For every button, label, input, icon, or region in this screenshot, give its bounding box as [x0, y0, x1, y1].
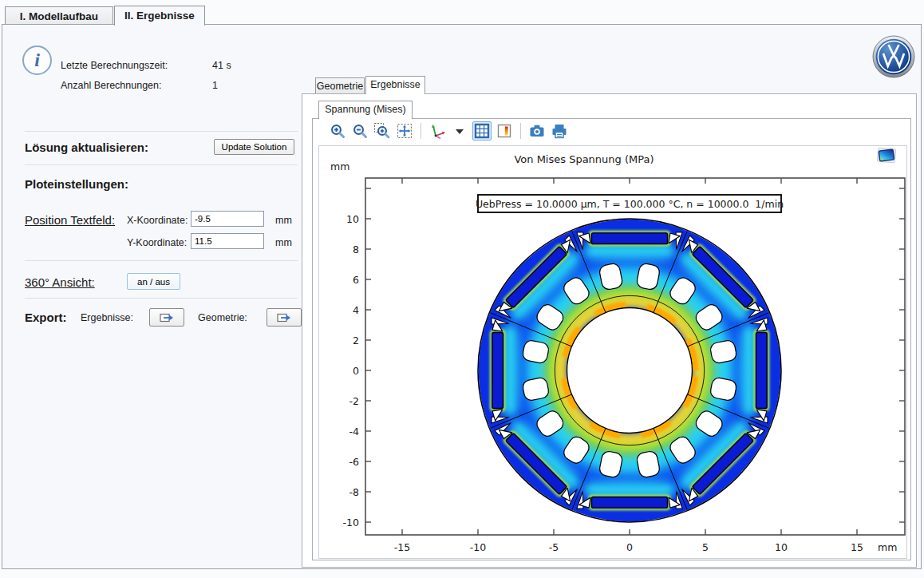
last-calc-label: Letzte Berechnungszeit:	[61, 60, 168, 71]
tab-spannung-mises[interactable]: Spannung (Mises)	[318, 101, 413, 119]
plot-canvas[interactable]: Von Mises Spannung (MPa)-15-10-505101510…	[318, 145, 907, 559]
grid-icon[interactable]	[472, 121, 492, 141]
von-mises-plot[interactable]: Von Mises Spannung (MPa)-15-10-505101510…	[319, 146, 906, 558]
view-360-label: 360° Ansicht:	[25, 275, 95, 289]
y-unit-label: mm	[275, 237, 292, 248]
svg-text:2: 2	[353, 335, 359, 346]
plot-toolbar	[328, 121, 569, 141]
svg-text:10: 10	[346, 213, 359, 225]
separator	[25, 260, 298, 261]
separator	[25, 164, 298, 165]
svg-text:UebPress = 10.0000 µm, T = 100: UebPress = 10.0000 µm, T = 100.000 °C, n…	[476, 198, 784, 210]
svg-text:0: 0	[353, 365, 359, 377]
svg-text:4: 4	[353, 304, 359, 316]
tab-geometrie[interactable]: Geometrie	[315, 77, 365, 94]
print-icon[interactable]	[550, 121, 569, 141]
export-geometry-label: Geometrie:	[198, 312, 247, 323]
svg-text:0: 0	[626, 541, 633, 553]
svg-text:-2: -2	[349, 395, 359, 407]
svg-text:-5: -5	[549, 541, 559, 553]
calc-count-label: Anzahl Berechnungen:	[61, 80, 161, 91]
info-icon: i	[22, 46, 52, 75]
tab-modellaufbau[interactable]: I. Modellaufbau	[5, 6, 113, 25]
svg-text:-15: -15	[394, 541, 410, 553]
snapshot-icon[interactable]	[527, 121, 547, 141]
x-unit-label: mm	[275, 215, 292, 226]
color-legend-icon[interactable]	[495, 121, 514, 141]
position-textfeld-label: Position Textfeld:	[25, 213, 115, 227]
export-results-label: Ergebnisse:	[81, 312, 133, 323]
last-calc-value: 41 s	[212, 60, 231, 71]
svg-text:mm: mm	[330, 160, 349, 172]
svg-text:-8: -8	[349, 486, 360, 498]
svg-text:mm: mm	[878, 541, 897, 553]
plot-settings-heading: Ploteinstellungen:	[25, 177, 128, 191]
svg-text:6: 6	[353, 274, 359, 286]
svg-text:5: 5	[702, 541, 709, 553]
update-solution-button[interactable]: Update Solution	[214, 139, 294, 155]
calc-count-value: 1	[212, 80, 218, 91]
svg-text:-6: -6	[349, 456, 360, 468]
vw-logo	[872, 35, 915, 78]
x-coordinate-label: X-Koordinate:	[127, 215, 188, 226]
axes-orientation-icon[interactable]	[428, 121, 447, 141]
zoom-out-icon[interactable]	[350, 121, 369, 141]
toolbar-separator	[421, 123, 421, 139]
page-ergebnisse: i Letzte Berechnungszeit: 41 s Anzahl Be…	[2, 24, 922, 569]
svg-text:10: 10	[775, 541, 788, 553]
export-geometry-button[interactable]	[267, 308, 302, 327]
export-icon	[277, 312, 291, 323]
view-360-toggle-button[interactable]: an / aus	[127, 273, 180, 290]
zoom-in-icon[interactable]	[328, 121, 347, 141]
zoom-box-icon[interactable]	[373, 121, 392, 141]
separator	[25, 131, 298, 132]
svg-text:-10: -10	[470, 541, 486, 553]
svg-text:Von Mises Spannung (MPa): Von Mises Spannung (MPa)	[514, 153, 654, 165]
axes-dropdown-caret-icon[interactable]	[450, 121, 469, 141]
svg-text:8: 8	[353, 243, 359, 255]
tab-ergebnisse[interactable]: II. Ergebnisse	[114, 6, 205, 26]
update-solution-label: Lösung aktualisieren:	[25, 141, 148, 154]
svg-text:-10: -10	[343, 517, 359, 529]
toolbar-separator	[520, 123, 521, 139]
export-icon	[160, 312, 174, 323]
x-coordinate-input[interactable]	[191, 211, 264, 227]
export-label: Export:	[25, 311, 67, 324]
zoom-extents-icon[interactable]	[395, 121, 414, 141]
tab-ergebnisse-inner[interactable]: Ergebnisse	[365, 76, 425, 94]
separator	[25, 298, 298, 299]
svg-text:-4: -4	[349, 426, 360, 437]
export-results-button[interactable]	[149, 308, 184, 327]
y-coordinate-input[interactable]	[191, 233, 264, 249]
y-coordinate-label: Y-Koordinate:	[127, 237, 187, 248]
svg-text:15: 15	[851, 541, 863, 553]
